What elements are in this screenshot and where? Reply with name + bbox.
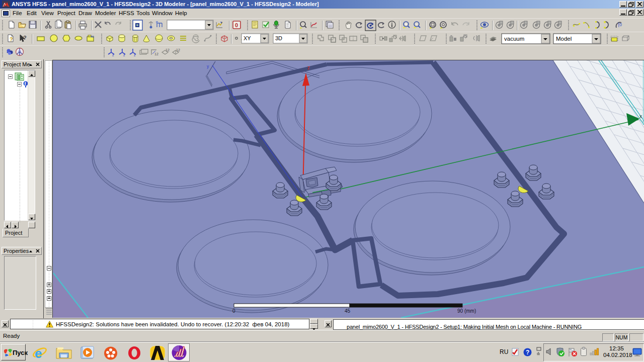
- svg-text:40: 40: [91, 35, 94, 38]
- svg-text:12: 12: [154, 52, 158, 56]
- svg-text:vacuum: vacuum: [504, 36, 524, 42]
- svg-text:45: 45: [345, 308, 351, 314]
- svg-text:12: 12: [166, 48, 170, 52]
- svg-text:3D: 3D: [275, 35, 282, 41]
- svg-text:z: z: [112, 53, 114, 57]
- svg-text:e: e: [35, 346, 42, 360]
- svg-text:Model: Model: [556, 36, 572, 42]
- svg-text:?: ?: [23, 35, 27, 41]
- svg-text:0: 0: [232, 308, 235, 314]
- svg-text:z: z: [307, 65, 310, 70]
- svg-text:12: 12: [176, 48, 180, 52]
- svg-text:90 (mm): 90 (mm): [457, 308, 476, 314]
- svg-text:?: ?: [526, 349, 529, 356]
- svg-text:{0: {0: [618, 22, 622, 27]
- svg-text:XY: XY: [244, 35, 251, 41]
- svg-text:?: ?: [10, 36, 13, 42]
- svg-text:x: x: [639, 114, 642, 119]
- svg-text:0: 0: [235, 22, 238, 28]
